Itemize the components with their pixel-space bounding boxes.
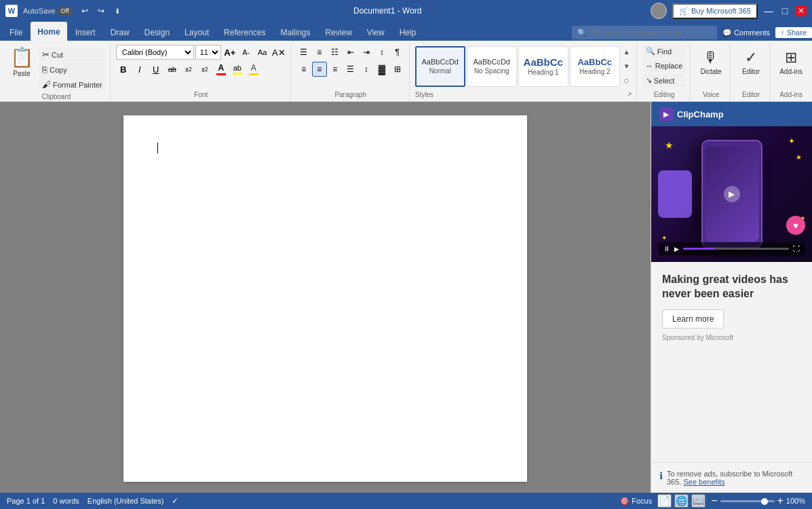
font-shrink-button[interactable]: A- [239, 45, 254, 60]
align-left-button[interactable]: ≡ [296, 62, 311, 77]
footer-text-area: To remove ads, subscribe to Microsoft 36… [667, 470, 804, 486]
tab-draw[interactable]: Draw [104, 23, 136, 41]
add-ins-group: ⊞ Add-ins Add-ins [772, 43, 810, 101]
styles-scroll-down[interactable]: ▼ [621, 59, 632, 73]
tab-review[interactable]: Review [319, 23, 359, 41]
avatar[interactable] [651, 3, 667, 19]
style-heading2[interactable]: AaBbCc Heading 2 [570, 46, 620, 87]
replace-button[interactable]: ↔ Replace [642, 60, 686, 72]
redo-button[interactable]: ↪ [94, 3, 109, 18]
subscript-button[interactable]: x2 [181, 62, 196, 77]
cut-icon: ✂ [42, 50, 50, 60]
tab-home[interactable]: Home [31, 22, 66, 41]
tab-design[interactable]: Design [138, 23, 176, 41]
tab-insert[interactable]: Insert [69, 23, 102, 41]
read-mode-button[interactable]: 📖 [691, 494, 705, 508]
style-no-spacing[interactable]: AaBbCcDd No Spacing [467, 46, 517, 87]
titlebar: W AutoSave Off ↩ ↪ ⬇ Document1 - Word 🛒 … [0, 0, 812, 22]
document-page[interactable] [123, 115, 527, 482]
tab-mailings[interactable]: Mailings [273, 23, 317, 41]
add-ins-label: Add-ins [779, 68, 803, 75]
dictate-button[interactable]: 🎙 Dictate [696, 45, 726, 79]
style-normal[interactable]: AaBbCcDd Normal [415, 46, 465, 87]
numbering-button[interactable]: ≡ [312, 45, 327, 60]
cut-button[interactable]: ✂ Cut [39, 48, 106, 62]
copy-icon: ⎘ [42, 64, 47, 75]
select-button[interactable]: ↘ Select [642, 74, 686, 87]
autosave-button[interactable]: ⬇ [110, 3, 125, 18]
multilevel-button[interactable]: ☷ [328, 45, 343, 60]
borders-button[interactable]: ⊞ [390, 62, 405, 77]
font-color-button[interactable]: A [246, 62, 261, 77]
font-selector[interactable]: Calibri (Body) [116, 45, 194, 60]
web-layout-button[interactable]: 🌐 [674, 494, 689, 508]
bullets-button[interactable]: ☰ [296, 45, 311, 60]
zoom-slider: − + 100% [711, 495, 805, 507]
strikethrough-button[interactable]: ab [165, 62, 180, 77]
line-spacing-button[interactable]: ↕ [359, 62, 374, 77]
show-marks-button[interactable]: ¶ [390, 45, 405, 60]
editing-controls: 🔍 Find ↔ Replace ↘ Select [642, 45, 686, 87]
fullscreen-icon[interactable]: ⛶ [793, 245, 800, 252]
close-button[interactable]: ✕ [796, 5, 807, 16]
zoom-in-button[interactable]: + [777, 495, 784, 507]
find-button[interactable]: 🔍 Find [642, 45, 686, 58]
maximize-button[interactable]: □ [779, 5, 790, 16]
font-size-selector[interactable]: 11 [195, 45, 221, 60]
doc-area[interactable] [0, 102, 651, 493]
bold-button[interactable]: B [116, 62, 131, 77]
indent-increase-button[interactable]: ⇥ [359, 45, 374, 60]
sort-button[interactable]: ↕ [374, 45, 389, 60]
undo-button[interactable]: ↩ [77, 3, 92, 18]
focus-button[interactable]: 🎯 Focus [620, 497, 652, 506]
superscript-button[interactable]: x2 [197, 62, 212, 77]
learn-more-button[interactable]: Learn more [662, 309, 724, 328]
see-benefits-link[interactable]: See benefits [683, 478, 724, 486]
tab-help[interactable]: Help [393, 23, 423, 41]
print-layout-button[interactable]: 📄 [657, 494, 672, 508]
video-play-icon: ▶ [724, 186, 740, 202]
select-icon: ↘ [646, 76, 652, 85]
format-painter-button[interactable]: 🖌 Format Painter [39, 77, 106, 92]
align-right-button[interactable]: ≡ [328, 62, 343, 77]
comments-button[interactable]: 💬 Comments [722, 29, 770, 37]
change-case-button[interactable]: Aa [255, 45, 270, 60]
replace-icon: ↔ [646, 62, 653, 70]
editing-content: 🔍 Find ↔ Replace ↘ Select [642, 43, 686, 90]
styles-launcher[interactable]: ↗ [627, 91, 632, 98]
video-pause-icon[interactable]: ⏸ [663, 245, 670, 252]
style-heading1[interactable]: AaBbCc Heading 1 [518, 46, 568, 87]
clipboard-content: 📋 Paste ✂ Cut ⎘ Copy [7, 43, 106, 92]
text-color-button[interactable]: A [214, 62, 229, 77]
minimize-button[interactable]: — [763, 5, 774, 16]
editor-button[interactable]: ✓ Editor [736, 45, 766, 79]
tell-me-input[interactable] [589, 29, 712, 37]
highlight-button[interactable]: ab [230, 62, 245, 77]
zoom-track[interactable] [720, 500, 775, 502]
tab-file[interactable]: File [3, 23, 29, 41]
paste-button[interactable]: 📋 Paste [7, 45, 37, 79]
buy-icon: 🛒 [679, 7, 689, 16]
italic-button[interactable]: I [132, 62, 147, 77]
add-ins-button[interactable]: ⊞ Add-ins [776, 45, 806, 79]
video-controls-bar[interactable]: ⏸ ▶ ⛶ [658, 242, 805, 255]
justify-button[interactable]: ☰ [343, 62, 358, 77]
video-progress-bar[interactable] [683, 248, 789, 250]
styles-more[interactable]: ⬡ [621, 74, 632, 88]
clear-formatting-button[interactable]: A✕ [271, 45, 286, 60]
share-button[interactable]: ↑ Share [775, 27, 812, 38]
buy-button[interactable]: 🛒 Buy Microsoft 365 [672, 3, 758, 19]
font-group: Calibri (Body) 11 A+ A- Aa A✕ B I U [112, 43, 291, 101]
tab-references[interactable]: References [217, 23, 272, 41]
align-center-button[interactable]: ≡ [312, 62, 327, 77]
zoom-thumb [761, 498, 768, 505]
font-grow-button[interactable]: A+ [223, 45, 237, 60]
tab-layout[interactable]: Layout [178, 23, 216, 41]
copy-button[interactable]: ⎘ Copy [39, 62, 106, 77]
tab-view[interactable]: View [360, 23, 391, 41]
zoom-out-button[interactable]: − [711, 495, 717, 507]
styles-scroll-up[interactable]: ▲ [621, 45, 632, 59]
underline-button[interactable]: U [149, 62, 163, 77]
shading-button[interactable]: ▓ [374, 62, 389, 77]
indent-decrease-button[interactable]: ⇤ [343, 45, 358, 60]
